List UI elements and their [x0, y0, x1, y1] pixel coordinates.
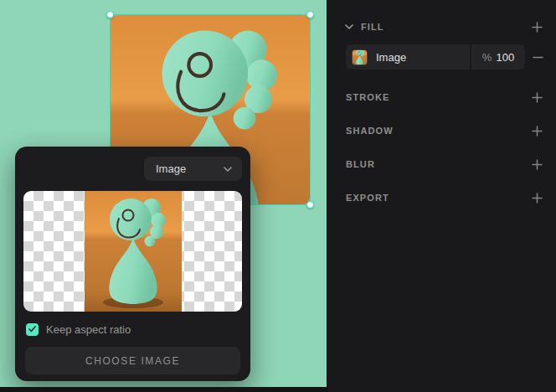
- chevron-down-icon[interactable]: [345, 24, 353, 29]
- add-stroke-button[interactable]: [530, 90, 543, 104]
- remove-fill-button[interactable]: [531, 50, 544, 64]
- blur-section-label: BLUR: [346, 159, 375, 169]
- blur-section-header[interactable]: BLUR: [327, 157, 556, 171]
- fill-image-thumbnail: [353, 50, 367, 64]
- shadow-section-header[interactable]: SHADOW: [327, 124, 556, 137]
- fill-opacity-input[interactable]: % 100: [471, 44, 525, 70]
- fill-section-header[interactable]: FILL: [327, 20, 556, 34]
- keep-aspect-ratio-label: Keep aspect ratio: [46, 323, 131, 336]
- choose-image-button[interactable]: CHOOSE IMAGE: [25, 347, 240, 374]
- fill-type-selected-value: Image: [156, 162, 186, 175]
- keep-aspect-ratio-checkbox[interactable]: [26, 323, 39, 336]
- fill-opacity-value: 100: [496, 51, 514, 64]
- fill-image-chip[interactable]: Image: [346, 44, 470, 70]
- plus-icon: [532, 159, 543, 170]
- canvas-area[interactable]: Image Keep aspect ratio CHOOSE IMAGE: [0, 0, 327, 387]
- image-preview-checkerboard: [23, 191, 242, 312]
- shadow-section-label: SHADOW: [346, 126, 394, 136]
- plus-icon: [532, 92, 543, 103]
- add-blur-button[interactable]: [530, 157, 543, 171]
- fill-section-label: FILL: [361, 22, 384, 32]
- stroke-section-header[interactable]: STROKE: [327, 90, 556, 104]
- export-section-label: EXPORT: [346, 193, 389, 203]
- fill-item-name: Image: [376, 51, 406, 64]
- add-shadow-button[interactable]: [530, 124, 543, 137]
- percent-symbol: %: [482, 51, 492, 64]
- design-panel: FILL Image % 100 STROKE: [327, 0, 556, 392]
- application-window: Image Keep aspect ratio CHOOSE IMAGE: [0, 0, 556, 392]
- image-fill-popup: Image Keep aspect ratio CHOOSE IMAGE: [15, 147, 250, 381]
- plus-icon: [532, 193, 543, 204]
- fill-item-row: Image % 100: [346, 44, 544, 70]
- resize-handle-bottom-right[interactable]: [306, 201, 314, 209]
- keep-aspect-ratio-row: Keep aspect ratio: [26, 322, 131, 336]
- image-preview: [85, 191, 182, 312]
- fill-type-dropdown[interactable]: Image: [144, 157, 242, 181]
- chevron-down-icon: [224, 167, 232, 172]
- add-export-button[interactable]: [530, 191, 543, 204]
- resize-handle-top-left[interactable]: [106, 11, 114, 18]
- plus-icon: [532, 126, 543, 137]
- resize-handle-top-right[interactable]: [306, 11, 314, 18]
- minus-icon: [533, 52, 543, 63]
- export-section-header[interactable]: EXPORT: [327, 191, 556, 204]
- stroke-section-label: STROKE: [346, 92, 389, 102]
- plus-icon: [532, 22, 543, 33]
- checkmark-icon: [28, 326, 36, 333]
- add-fill-button[interactable]: [530, 20, 543, 34]
